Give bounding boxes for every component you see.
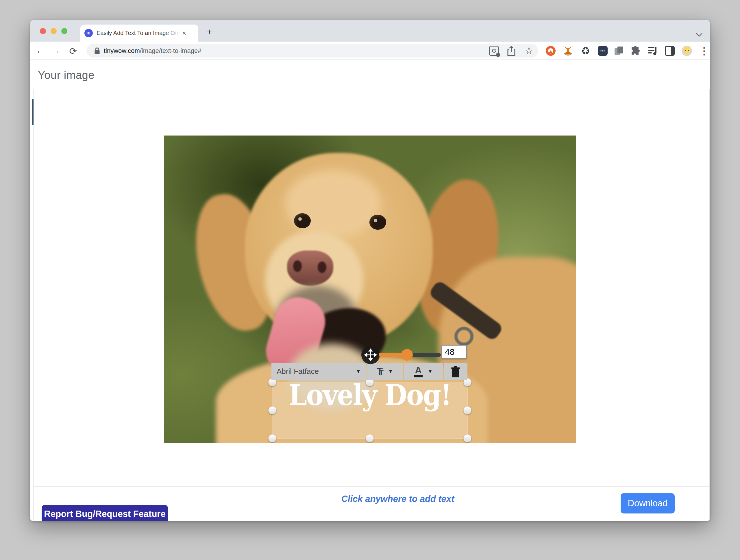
profile-avatar[interactable]	[681, 46, 692, 56]
text-format-toolbar: Abril Fatface ▼ TT ▼ A ▼	[271, 363, 467, 380]
header-divider	[30, 89, 710, 89]
playlist-icon[interactable]	[648, 46, 658, 56]
sidebar-toggle-icon[interactable]	[665, 46, 675, 56]
color-caret-icon: ▼	[428, 369, 433, 374]
page-title: Your image	[38, 69, 95, 82]
trash-icon	[451, 366, 460, 377]
font-family-dropdown[interactable]: Abril Fatface ▼	[271, 363, 366, 380]
font-color-dropdown[interactable]: A ▼	[404, 363, 443, 380]
text-case-dropdown[interactable]: TT ▼	[367, 363, 403, 380]
move-text-handle[interactable]	[361, 346, 380, 364]
recycle-extension-icon[interactable]: ♻	[580, 46, 591, 56]
extension-icons: ♻ ••• ⋮	[546, 44, 709, 58]
font-family-value: Abril Fatface	[277, 367, 319, 376]
cat-avatar-icon	[683, 47, 690, 54]
minimize-window-button[interactable]	[51, 28, 57, 34]
translate-icon[interactable]: G	[489, 46, 499, 56]
resize-handle-bottom-left[interactable]	[269, 435, 276, 442]
tab-close-icon[interactable]: ×	[182, 30, 186, 37]
share-icon[interactable]	[507, 46, 516, 56]
image-canvas[interactable]: Lovely Dog! Abril Fatface ▼ TT ▼ A ▼	[164, 135, 576, 443]
font-caret-icon: ▼	[356, 369, 361, 374]
password-manager-icon[interactable]: •••	[598, 46, 608, 56]
copy-documents-icon[interactable]	[615, 46, 623, 55]
panel-border-left	[33, 89, 33, 521]
address-bar[interactable]: tinywow.com/image/text-to-image# G ☆	[86, 44, 538, 58]
browser-tab[interactable]: ılı Easily Add Text To an Image On ×	[80, 24, 198, 41]
url-text: tinywow.com/image/text-to-image#	[104, 47, 201, 54]
tinywow-favicon-icon: ılı	[84, 29, 93, 37]
puzzle-extensions-icon[interactable]	[630, 46, 641, 56]
case-caret-icon: ▼	[388, 369, 393, 374]
dog-nostril-left	[293, 260, 302, 272]
resize-handle-bottom-center[interactable]	[366, 435, 374, 442]
reload-button[interactable]: ⟳	[69, 46, 77, 56]
image-extension-icon[interactable]	[546, 46, 556, 56]
browser-window: ılı Easily Add Text To an Image On × + ←…	[30, 20, 710, 521]
forward-button[interactable]: →	[52, 46, 61, 55]
dog-eye-left	[294, 213, 311, 228]
dog-collar-ring	[454, 327, 473, 346]
metamask-fox-icon[interactable]	[562, 46, 573, 56]
slider-thumb[interactable]	[401, 349, 413, 361]
new-tab-button[interactable]: +	[207, 27, 212, 37]
tab-title-fade	[163, 30, 180, 36]
lock-icon	[94, 47, 100, 55]
font-size-slider[interactable]	[379, 353, 441, 357]
dog-eye-left-highlight	[298, 217, 302, 221]
panel-border-right[interactable]	[709, 89, 710, 521]
dog-eye-right	[369, 215, 386, 230]
back-button[interactable]: ←	[36, 46, 44, 55]
left-edge-artifact	[32, 99, 33, 125]
add-text-hint[interactable]: Click anywhere to add text	[253, 494, 542, 504]
bookmark-star-icon[interactable]: ☆	[524, 46, 534, 56]
dog-nostril-right	[318, 261, 327, 273]
browser-menu-icon[interactable]: ⋮	[699, 46, 709, 56]
footer-divider	[33, 486, 710, 486]
tab-title: Easily Add Text To an Image On	[97, 30, 180, 36]
chevron-down-icon[interactable]	[697, 30, 703, 37]
font-color-icon: A	[414, 365, 423, 377]
font-size-input[interactable]	[441, 345, 467, 359]
resize-handle-bottom-right[interactable]	[464, 435, 471, 442]
delete-text-button[interactable]	[444, 363, 467, 380]
dog-eye-right-highlight	[374, 219, 377, 222]
download-button[interactable]: Download	[621, 493, 675, 514]
tab-strip: ılı Easily Add Text To an Image On × +	[30, 20, 710, 41]
resize-handle-mid-right[interactable]	[464, 407, 471, 414]
close-window-button[interactable]	[40, 28, 46, 34]
zoom-window-button[interactable]	[61, 28, 67, 34]
resize-handle-mid-left[interactable]	[269, 407, 276, 414]
report-bug-button[interactable]: Report Bug/Request Feature	[41, 505, 168, 521]
move-arrows-icon	[364, 348, 377, 361]
